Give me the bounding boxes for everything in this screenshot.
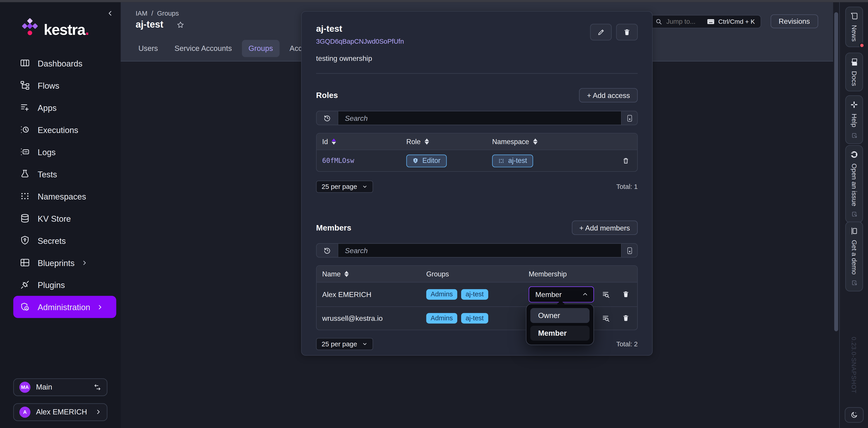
group-chip[interactable]: aj-test	[461, 289, 488, 300]
sidebar-item-namespaces[interactable]: Namespaces	[13, 185, 116, 207]
help-button[interactable]: Help	[845, 95, 863, 144]
group-chip[interactable]: aj-test	[461, 313, 488, 323]
kestra-logo[interactable]: kestra.	[21, 18, 121, 36]
namespace-badge[interactable]: aj-test	[492, 154, 533, 167]
delete-group-button[interactable]	[616, 24, 638, 40]
sidebar-item-label: Tests	[38, 169, 57, 179]
membership-select[interactable]: Member	[529, 286, 594, 303]
sidebar-item-dashboards[interactable]: Dashboards	[13, 52, 116, 74]
column-header-role[interactable]: Role	[401, 138, 487, 145]
swap-icon	[94, 383, 101, 391]
roles-per-page-select[interactable]: 25 per page	[316, 180, 373, 193]
kv-store-icon	[20, 213, 30, 223]
chevron-right-icon	[97, 304, 103, 310]
role-id[interactable]: 60fMLOsw	[322, 157, 354, 165]
sidebar-item-label: Secrets	[38, 236, 66, 245]
roles-search-input[interactable]	[345, 114, 615, 122]
member-audit-logs-icon[interactable]	[602, 314, 610, 322]
role-shield-icon	[412, 158, 418, 164]
delete-role-icon[interactable]	[622, 157, 629, 165]
breadcrumb-current[interactable]: Groups	[157, 9, 179, 17]
save-filter-button[interactable]	[622, 244, 637, 257]
search-history-button[interactable]	[317, 244, 338, 257]
divider	[316, 73, 638, 74]
sidebar-item-label: KV Store	[38, 213, 71, 223]
group-chip[interactable]: Admins	[426, 289, 457, 300]
add-access-button[interactable]: + Add access	[579, 88, 638, 103]
sidebar-item-label: Administration	[38, 302, 90, 312]
user-avatar: A	[20, 406, 31, 418]
members-per-page-select[interactable]: 25 per page	[316, 338, 373, 350]
chevron-down-icon	[362, 341, 368, 347]
search-history-button[interactable]	[317, 111, 338, 125]
column-header-name[interactable]: Name	[317, 270, 421, 278]
jump-to-search[interactable]: Ctrl/Cmd + K	[649, 15, 761, 28]
sidebar-item-administration[interactable]: Administration	[13, 296, 116, 318]
sidebar: kestra. Dashboards Flows Apps Executions	[0, 2, 121, 428]
tab-users[interactable]: Users	[132, 40, 164, 57]
delete-member-icon[interactable]	[622, 290, 629, 298]
theme-toggle-button[interactable]	[845, 407, 864, 423]
sidebar-item-flows[interactable]: Flows	[13, 74, 116, 96]
history-icon	[323, 247, 331, 254]
sidebar-item-kv-store[interactable]: KV Store	[13, 207, 116, 229]
members-search-input[interactable]	[345, 246, 615, 255]
sort-icon[interactable]	[425, 138, 429, 145]
edit-group-button[interactable]	[590, 24, 612, 40]
sort-icon[interactable]	[533, 138, 537, 145]
secrets-icon	[20, 235, 30, 246]
kestra-logo-icon	[21, 18, 39, 36]
laptop-icon	[850, 227, 858, 235]
group-chip[interactable]: Admins	[426, 313, 457, 323]
revisions-button[interactable]: Revisions	[770, 15, 818, 28]
jump-to-input[interactable]	[666, 18, 702, 25]
scrollbar-track[interactable]	[833, 2, 839, 428]
namespace-grid-icon	[498, 158, 504, 164]
role-badge[interactable]: Editor	[406, 154, 447, 167]
save-filter-button[interactable]	[622, 111, 637, 125]
tab-groups[interactable]: Groups	[242, 40, 280, 57]
breadcrumb-root[interactable]: IAM	[135, 9, 147, 17]
sidebar-collapse-button[interactable]	[107, 10, 114, 17]
sidebar-nav: Dashboards Flows Apps Executions Logs Te…	[0, 52, 121, 318]
roles-total: Total: 1	[616, 183, 638, 191]
add-members-button[interactable]: + Add members	[572, 221, 638, 235]
sidebar-item-executions[interactable]: Executions	[13, 118, 116, 141]
roles-search-bar	[316, 111, 638, 125]
sidebar-item-apps[interactable]: Apps	[13, 96, 116, 118]
breadcrumb: IAM / Groups	[135, 9, 179, 17]
help-label: Help	[850, 114, 858, 127]
breadcrumb-separator: /	[151, 9, 153, 17]
sort-icon[interactable]	[344, 271, 349, 277]
delete-member-icon[interactable]	[622, 314, 629, 322]
group-detail-card: aj-test 3GQD6qBapCNJwd0SoPfUfn testing o…	[301, 11, 653, 355]
sidebar-item-blueprints[interactable]: Blueprints	[13, 252, 116, 274]
membership-dropdown: Owner Member	[526, 304, 594, 345]
sort-icon[interactable]	[332, 138, 336, 145]
column-header-id[interactable]: Id	[317, 138, 401, 145]
sidebar-item-label: Executions	[38, 125, 79, 134]
members-search-bar	[316, 243, 638, 258]
sidebar-item-logs[interactable]: Logs	[13, 141, 116, 163]
column-header-namespace[interactable]: Namespace	[487, 138, 604, 145]
get-a-demo-button[interactable]: Get a demo	[845, 222, 863, 291]
sidebar-item-secrets[interactable]: Secrets	[13, 229, 116, 252]
news-button[interactable]: News	[845, 6, 863, 47]
sidebar-item-label: Namespaces	[38, 191, 86, 201]
tab-service-accounts[interactable]: Service Accounts	[168, 40, 239, 57]
group-id[interactable]: 3GQD6qBapCNJwd0SoPfUfn	[316, 38, 404, 46]
chevron-right-icon	[81, 259, 87, 265]
open-an-issue-button[interactable]: Open an issue	[845, 145, 863, 223]
workspace-switcher[interactable]: MA Main	[13, 378, 107, 396]
docs-button[interactable]: Docs	[845, 53, 863, 92]
dropdown-option-owner[interactable]: Owner	[530, 308, 590, 323]
member-audit-logs-icon[interactable]	[602, 290, 610, 298]
workspace-avatar: MA	[20, 382, 31, 393]
user-menu[interactable]: A Alex EMERICH	[13, 403, 107, 421]
brand-dot: .	[85, 22, 89, 38]
dropdown-option-member[interactable]: Member	[530, 326, 590, 341]
scrollbar-thumb[interactable]	[834, 12, 838, 332]
star-icon[interactable]	[177, 21, 184, 29]
sidebar-item-tests[interactable]: Tests	[13, 163, 116, 185]
sidebar-item-plugins[interactable]: Plugins	[13, 274, 116, 296]
